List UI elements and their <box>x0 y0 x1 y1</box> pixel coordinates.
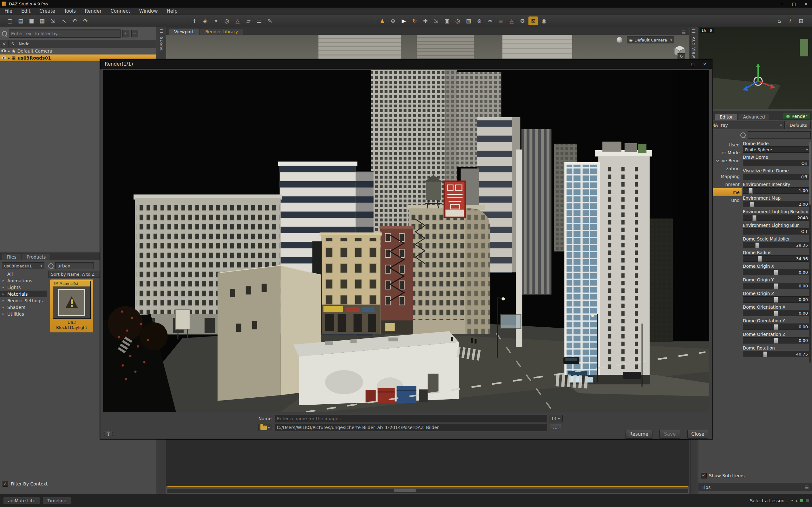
maximize-icon[interactable]: □ <box>687 61 699 67</box>
parameter-slider[interactable]: 34.96 <box>743 256 810 262</box>
import-icon[interactable]: ⇲ <box>48 16 58 25</box>
content-category[interactable]: All <box>0 271 47 277</box>
slider-handle[interactable] <box>774 270 778 275</box>
help-icon[interactable]: ? <box>785 16 795 25</box>
show-sub-items-checkbox[interactable]: ✓ <box>701 473 707 478</box>
help-button[interactable]: ? <box>104 430 113 438</box>
parameter-toggle[interactable]: On <box>743 160 810 166</box>
show-sub-items-row[interactable]: ✓ Show Sub Items <box>701 473 745 478</box>
redo-icon[interactable]: ↷ <box>81 16 90 25</box>
create-plane-icon[interactable]: ▱ <box>244 16 253 25</box>
minimize-icon[interactable]: ─ <box>776 1 788 7</box>
visibility-eye-icon[interactable] <box>1 56 6 59</box>
lock-icon[interactable]: ⊠ <box>528 16 538 25</box>
slider-handle[interactable] <box>750 202 754 207</box>
slider-handle[interactable] <box>749 188 753 193</box>
surface-selection-icon[interactable]: ▧ <box>464 16 473 25</box>
undo-icon[interactable]: ↶ <box>70 16 79 25</box>
parameter-slider[interactable]: 0.00 <box>743 296 810 302</box>
lesson-selector[interactable]: Select a Lesson... ▾ ▴ <box>750 498 809 503</box>
parameter-slider[interactable]: 0.00 <box>743 324 810 330</box>
aim-icon[interactable]: ◎ <box>453 16 462 25</box>
create-primitive-icon[interactable]: △ <box>233 16 242 25</box>
parameter-slider[interactable]: 0.00 <box>743 337 810 343</box>
horizontal-scrollbar[interactable] <box>167 489 688 493</box>
scrollbar-handle[interactable] <box>394 489 416 492</box>
defaults-button[interactable]: Defaults <box>786 121 811 129</box>
create-target-icon[interactable]: ◈ <box>200 16 210 25</box>
content-category[interactable]: ▸ Render-Settings <box>0 297 47 304</box>
aux-viewport[interactable]: 16 : 9 <box>699 26 812 109</box>
open-file-icon[interactable]: ▤ <box>16 16 26 25</box>
parameter-slider[interactable]: 2048 <box>743 215 810 221</box>
parameter-toggle[interactable]: Off <box>743 174 810 180</box>
new-file-icon[interactable]: ▢ <box>5 16 14 25</box>
context-combo[interactable]: us03Roads01 ▾ <box>2 262 44 269</box>
tips-bar[interactable]: Tips ☰ <box>699 483 812 491</box>
frame-icon[interactable]: ▣ <box>442 16 452 25</box>
camera-selector[interactable]: ◉ Default Camera ▾ <box>627 37 674 43</box>
scene-side-tab[interactable]: Scene <box>159 37 164 51</box>
pane-menu-icon[interactable]: ☰ <box>681 30 686 35</box>
close-icon[interactable]: × <box>800 1 812 7</box>
create-light-icon[interactable]: ✦ <box>211 16 221 25</box>
drawstyle-sphere-icon[interactable] <box>617 37 622 43</box>
expand-arrow-icon[interactable]: ▸ <box>8 49 10 53</box>
slider-handle[interactable] <box>755 242 759 248</box>
slider-handle[interactable] <box>758 256 762 262</box>
parameter-slider[interactable]: 1.00 <box>743 187 810 193</box>
menu-item[interactable]: Connect <box>106 8 135 14</box>
collapse-all-button[interactable]: − <box>131 30 138 38</box>
parameter-slider[interactable]: 28.35 <box>743 242 810 248</box>
close-icon[interactable]: × <box>699 61 711 67</box>
figure-tool-icon[interactable]: ♟ <box>377 16 387 25</box>
camera-view-icon[interactable]: ◉ <box>539 16 549 25</box>
scene-row-default-camera[interactable]: ▸ ◉ Default Camera <box>0 48 156 54</box>
menu-item[interactable]: Render <box>80 8 106 14</box>
save-button[interactable]: Save <box>659 430 680 439</box>
mesh-icon[interactable]: ◬ <box>507 16 516 25</box>
node-selection-icon[interactable]: ▶ <box>399 16 409 25</box>
pane-menu-icon[interactable]: ☰ <box>805 485 809 490</box>
content-category[interactable]: ▸ Animations <box>0 277 47 284</box>
merge-icon[interactable]: ⊗ <box>474 16 484 25</box>
close-button[interactable]: Close <box>687 430 708 439</box>
parameter-slider[interactable]: 0.00 <box>743 310 810 316</box>
viewport-canvas[interactable]: ◉ Default Camera ▾ ↻ ✚ ⊡ <box>166 35 689 59</box>
parameter-slider[interactable]: 0.00 <box>743 283 810 289</box>
parameter-slider[interactable]: 2.00 <box>743 201 810 207</box>
parameter-select[interactable]: Finite Sphere ▾ <box>743 147 810 153</box>
menu-item[interactable]: Window <box>135 8 162 14</box>
tab-viewport[interactable]: Viewport <box>169 28 199 35</box>
link-icon[interactable]: ∞ <box>485 16 495 25</box>
settings-icon[interactable]: ⚙ <box>518 16 527 25</box>
tab-editor[interactable]: Editor <box>715 114 738 120</box>
maximize-icon[interactable]: □ <box>788 1 800 7</box>
pane-menu-icon[interactable]: ☰ <box>692 29 696 34</box>
chevron-up-icon[interactable]: ▴ <box>796 498 798 503</box>
parameter-slider[interactable]: 40.75 <box>743 351 810 357</box>
render-dialog-title-bar[interactable]: Render(1/1) ─ □ × <box>100 59 712 69</box>
tab-render-library[interactable]: Render Library <box>200 28 243 35</box>
slider-handle[interactable] <box>774 324 778 330</box>
content-category[interactable]: ▸ Lights <box>0 284 47 291</box>
expand-all-button[interactable]: + <box>122 30 130 38</box>
edit-tool-icon[interactable]: ✎ <box>265 16 275 25</box>
slider-handle[interactable] <box>774 338 778 343</box>
align-icon[interactable]: ≡ <box>496 16 506 25</box>
slider-handle[interactable] <box>774 297 778 302</box>
menu-item[interactable]: Create <box>35 8 60 14</box>
scrollbar-handle[interactable] <box>809 141 811 205</box>
scale-tool-icon[interactable]: ⇲ <box>432 16 441 25</box>
scene-list-icon[interactable]: ☰ <box>254 16 264 25</box>
create-node-icon[interactable]: ✛ <box>190 16 199 25</box>
parameter-slider[interactable]: 0.00 <box>743 269 810 275</box>
bottom-tab[interactable]: Timeline <box>43 497 71 504</box>
expand-arrow-icon[interactable]: ▸ <box>8 56 10 60</box>
slider-handle[interactable] <box>763 351 767 357</box>
orbit-tool-icon[interactable]: ↻ <box>677 53 685 59</box>
scene-filter-input[interactable] <box>9 30 120 38</box>
bottom-tab[interactable]: aniMate Lite <box>3 497 40 504</box>
slider-handle[interactable] <box>774 283 778 289</box>
export-icon[interactable]: ⇱ <box>59 16 68 25</box>
